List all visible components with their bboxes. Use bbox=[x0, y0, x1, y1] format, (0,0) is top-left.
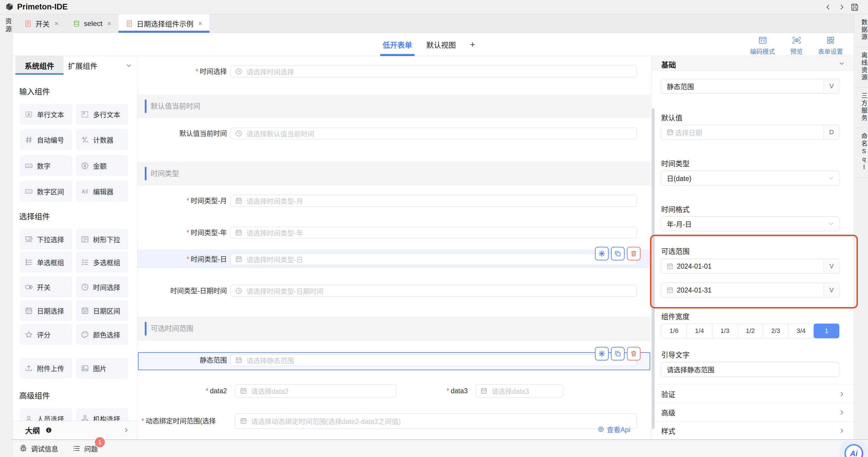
nav-forward-icon[interactable] bbox=[838, 3, 845, 11]
gear-button[interactable] bbox=[595, 347, 609, 360]
close-icon[interactable]: × bbox=[198, 20, 203, 28]
component-amount[interactable]: 金额 bbox=[76, 155, 128, 176]
time-picker-input[interactable]: 请选择默认值当前时间 bbox=[230, 128, 637, 139]
add-view-button[interactable]: + bbox=[470, 33, 475, 56]
width-option[interactable]: 1/6 bbox=[661, 324, 687, 338]
collapse-panel-icon[interactable] bbox=[126, 62, 132, 69]
variable-toggle-button[interactable]: V bbox=[824, 259, 839, 273]
strip-item-offline[interactable]: 离线资源 bbox=[854, 47, 868, 88]
field-row-default-current-time[interactable]: 默认值当前时间 请选择默认值当前时间 bbox=[137, 128, 651, 139]
copy-button[interactable] bbox=[611, 247, 625, 260]
date-picker-input[interactable]: 请选择静态范围 bbox=[230, 354, 637, 366]
field-row-time-type-datetime[interactable]: 时间类型-日期时间 请选择时间类型-日期时间 bbox=[137, 285, 651, 297]
outline-bar[interactable]: 大纲 bbox=[12, 421, 137, 439]
variable-toggle-button[interactable]: V bbox=[824, 283, 839, 297]
width-option[interactable]: 1/2 bbox=[737, 324, 763, 338]
save-icon[interactable] bbox=[850, 3, 859, 11]
calendar-icon bbox=[240, 417, 247, 425]
delete-button[interactable] bbox=[627, 347, 641, 360]
ai-assistant-button[interactable]: Ai bbox=[840, 442, 868, 457]
date-picker-input[interactable]: 请选择data2 bbox=[235, 384, 397, 397]
field-row-time-type-day[interactable]: *时间类型-日 请选择时间类型-日 bbox=[137, 253, 651, 265]
width-option[interactable]: 1/3 bbox=[712, 324, 738, 338]
width-option[interactable]: 2/3 bbox=[763, 324, 788, 338]
default-value-input[interactable]: 选择日期 D bbox=[661, 125, 839, 140]
tab-default-view[interactable]: 默认视图 bbox=[426, 33, 456, 56]
field-row-time-type-year[interactable]: *时间类型-年 请选择时间类型-年 bbox=[137, 227, 651, 238]
strip-item-thirdparty[interactable]: 三方服务 bbox=[854, 88, 868, 128]
component-dropdown[interactable]: 下拉选择 bbox=[20, 229, 72, 250]
gear-button[interactable] bbox=[595, 247, 609, 260]
component-checkbox-group[interactable]: 多选框组 bbox=[76, 252, 128, 272]
bug-icon bbox=[19, 444, 28, 453]
preview-button[interactable]: 预览 bbox=[790, 36, 803, 56]
component-time-picker[interactable]: 时间选择 bbox=[76, 276, 128, 297]
component-radio-group[interactable]: 单选框组 bbox=[20, 252, 72, 272]
variable-toggle-button[interactable]: V bbox=[824, 79, 839, 93]
scrollbar[interactable] bbox=[652, 108, 655, 429]
component-counter[interactable]: 计数器 bbox=[76, 129, 128, 150]
delete-button[interactable] bbox=[627, 247, 641, 260]
resource-strip-item[interactable]: 资源 bbox=[0, 18, 12, 34]
range-start-input[interactable]: 2024-01-01 V bbox=[661, 259, 839, 274]
date-picker-input[interactable]: 请选择data3 bbox=[476, 384, 563, 397]
date-picker-input[interactable]: 请选择时间类型-月 bbox=[230, 195, 637, 207]
view-api-link[interactable]: 查看Api bbox=[597, 424, 630, 434]
time-format-select[interactable]: 年-月-日 bbox=[661, 217, 839, 231]
doc-tab-select[interactable]: select × bbox=[66, 14, 119, 33]
range-end-input[interactable]: 2024-01-31 V bbox=[661, 283, 839, 298]
section-validation[interactable]: 验证 bbox=[652, 385, 854, 403]
component-switch[interactable]: 开关 bbox=[20, 276, 72, 297]
time-picker-input[interactable]: 请选择时间选择 bbox=[230, 66, 637, 77]
date-picker-input[interactable]: 请选择时间类型-年 bbox=[230, 227, 637, 238]
field-row-time-picker[interactable]: *时间选择 请选择时间选择 bbox=[137, 66, 651, 77]
component-name-input[interactable]: 静态范围 V bbox=[661, 79, 839, 94]
component-editor[interactable]: 编辑器 bbox=[76, 181, 128, 202]
date-picker-input[interactable]: 请选择时间类型-日 bbox=[230, 253, 637, 265]
form-canvas[interactable]: *时间选择 请选择时间选择 默认值当前时间 默认值当前时间 请选择默认值当前时间… bbox=[137, 56, 651, 439]
time-picker-input[interactable]: 请选择时间类型-日期时间 bbox=[230, 285, 637, 297]
width-option-selected[interactable]: 1 bbox=[814, 324, 839, 338]
section-advanced[interactable]: 高级 bbox=[652, 403, 854, 421]
debug-info-button[interactable]: 调试信息 bbox=[19, 440, 58, 457]
sort-menu-icon[interactable] bbox=[91, 62, 97, 69]
component-date-picker[interactable]: 日期选择 bbox=[20, 300, 72, 321]
dynamic-toggle-button[interactable]: D bbox=[824, 125, 839, 139]
close-icon[interactable]: × bbox=[107, 20, 112, 28]
field-row-static-range-selected[interactable]: 静态范围 请选择静态范围 bbox=[137, 354, 651, 366]
nav-back-icon[interactable] bbox=[824, 3, 832, 11]
form-settings-button[interactable]: 表单设置 bbox=[818, 36, 843, 56]
tab-lowcode-form[interactable]: 低开表单 bbox=[382, 33, 412, 56]
toggle-icon bbox=[25, 283, 33, 291]
tab-system-components[interactable]: 系统组件 bbox=[16, 56, 64, 75]
close-icon[interactable]: × bbox=[54, 20, 59, 28]
component-multi-text[interactable]: 多行文本 bbox=[76, 104, 128, 125]
doc-tab-switch[interactable]: 开关 × bbox=[17, 14, 66, 33]
component-rating[interactable]: 评分 bbox=[20, 324, 72, 345]
copy-button[interactable] bbox=[611, 347, 625, 360]
component-image[interactable]: 图片 bbox=[76, 358, 128, 379]
component-number-range[interactable]: 数字区间 bbox=[20, 181, 72, 202]
row-action-buttons bbox=[595, 247, 641, 260]
component-color-picker[interactable]: 颜色选择 bbox=[76, 324, 128, 345]
width-option[interactable]: 3/4 bbox=[788, 324, 814, 338]
component-auto-number[interactable]: 自动编号 bbox=[20, 129, 72, 150]
guide-text-input[interactable]: 请选择静态范围 bbox=[661, 362, 839, 377]
component-single-text[interactable]: 单行文本 bbox=[20, 104, 72, 125]
section-style[interactable]: 样式 bbox=[652, 421, 854, 439]
doc-tab-datepicker-example[interactable]: 日期选择组件示例 × bbox=[119, 14, 210, 33]
field-row-time-type-month[interactable]: *时间类型-月 请选择时间类型-月 bbox=[137, 195, 651, 207]
code-mode-button[interactable]: 编码模式 bbox=[750, 36, 775, 56]
component-tree-dropdown[interactable]: 树形下拉 bbox=[76, 229, 128, 250]
component-number[interactable]: 数字 bbox=[20, 155, 72, 176]
strip-item-namedsql[interactable]: 命名Sql bbox=[854, 128, 868, 178]
field-row-data2-data3[interactable]: *data2 请选择data2 *data3 请选择data3 bbox=[137, 384, 651, 397]
component-attachment-upload[interactable]: 附件上传 bbox=[20, 358, 72, 379]
component-date-range[interactable]: 日期区间 bbox=[76, 300, 128, 321]
width-option[interactable]: 1/4 bbox=[687, 324, 712, 338]
field-row-dynamic-range[interactable]: *动态绑定时间范围(选择 请选择动态绑定时间范围(选择date2-data3之间… bbox=[137, 413, 651, 429]
inspector-header[interactable]: 基础 bbox=[652, 56, 854, 71]
time-type-select[interactable]: 日(date) bbox=[661, 171, 839, 186]
date-picker-input[interactable]: 请选择动态绑定时间范围(选择date2-data3之间值) bbox=[235, 413, 637, 429]
strip-item-datasource[interactable]: 数据源 bbox=[854, 14, 868, 47]
